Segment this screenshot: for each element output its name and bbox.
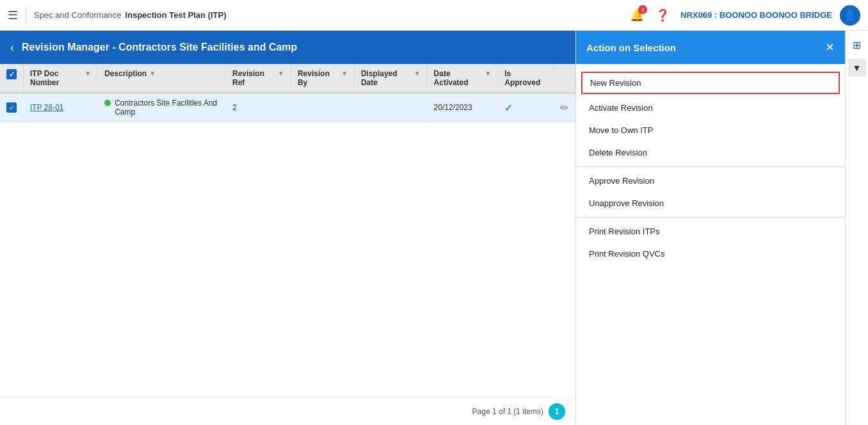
row-doc-number[interactable]: ITP 28-01 [24,93,98,122]
col-header-doc-number: ITP Doc Number ▼ [24,64,98,93]
action-panel: Action on Selection ✕ New Revision Activ… [576,31,845,425]
action-activate-revision[interactable]: Activate Revision [576,97,845,119]
action-panel-title: Action on Selection [586,42,825,53]
panel-header: ‹ Revision Manager - Contractors Site Fa… [0,31,575,64]
notification-icon[interactable]: 🔔 3 [627,5,647,26]
status-dot [104,100,111,106]
main-area: ‹ Revision Manager - Contractors Site Fa… [0,31,868,425]
project-label[interactable]: NRX069 : BOONOO BOONOO BRIDGE [680,10,832,20]
action-divider-2 [576,217,845,218]
row-edit[interactable]: ✏ [553,93,575,122]
filter-doc-number-icon[interactable]: ▼ [84,70,91,77]
top-nav: ☰ Spec and Conformance Inspection Test P… [0,0,868,31]
row-date-activated: 20/12/2023 [427,93,498,122]
dropdown-arrow[interactable]: ▼ [848,59,866,77]
description-text: Contractors Site Facilities And Camp [115,99,219,116]
filter-revision-ref-icon[interactable]: ▼ [278,70,284,77]
action-body: New Revision Activate Revision Move to O… [576,64,845,425]
col-header-checkbox[interactable]: ✓ [0,64,24,93]
doc-number-link[interactable]: ITP 28-01 [30,103,63,112]
avatar[interactable]: 👤 [840,5,860,26]
filter-description-icon[interactable]: ▼ [149,70,156,77]
action-header: Action on Selection ✕ [576,31,845,64]
nav-app-title: Spec and Conformance [34,10,122,20]
action-delete-revision[interactable]: Delete Revision [576,141,845,164]
row-revision-by [291,93,354,122]
table-row: ✓ ITP 28-01 Contractors Site Facilities … [0,93,575,122]
revision-table: ✓ ITP Doc Number ▼ Description ▼ [0,64,575,122]
nav-divider [26,6,26,24]
action-new-revision[interactable]: New Revision [581,72,840,94]
hamburger-icon[interactable]: ☰ [8,8,18,22]
filter-displayed-date-icon[interactable]: ▼ [414,70,421,77]
row-displayed-date [354,93,427,122]
row-checkbox-cell[interactable]: ✓ [0,93,24,122]
help-icon[interactable]: ❓ [652,5,673,26]
action-move-to-own-itp[interactable]: Move to Own ITP [576,119,845,141]
col-header-actions [553,64,575,93]
action-unapprove-revision[interactable]: Unapprove Revision [576,192,845,214]
action-print-revision-qvcs[interactable]: Print Revision QVCs [576,243,845,265]
action-close-button[interactable]: ✕ [825,40,835,54]
far-right-strip: ⊞ ▼ [845,31,868,425]
action-print-revision-itps[interactable]: Print Revision ITPs [576,220,845,243]
pagination-bar: Page 1 of 1 (1 items) 1 [0,397,575,425]
action-divider-1 [576,166,845,167]
grid-icon[interactable]: ⊞ [848,36,866,54]
row-description: Contractors Site Facilities And Camp [98,93,226,122]
row-checkbox[interactable]: ✓ [6,102,17,113]
col-header-is-approved: Is Approved [498,64,554,93]
notification-badge: 3 [638,5,647,14]
row-revision-ref: 2 [225,93,291,122]
col-header-revision-ref: Revision Ref ▼ [225,64,291,93]
panel-title: Revision Manager - Contractors Site Faci… [22,42,297,53]
col-header-description: Description ▼ [98,64,226,93]
col-header-revision-by: Revision By ▼ [291,64,354,93]
edit-icon[interactable]: ✏ [560,102,568,113]
col-header-date-activated: Date Activated ▼ [427,64,498,93]
col-header-displayed-date: Displayed Date ▼ [354,64,427,93]
left-panel: ‹ Revision Manager - Contractors Site Fa… [0,31,576,425]
back-button[interactable]: ‹ [10,41,14,54]
nav-page-title: Inspection Test Plan (ITP) [125,10,227,20]
header-checkbox[interactable]: ✓ [6,69,17,79]
row-is-approved: ✓ [498,93,554,122]
table-container: ✓ ITP Doc Number ▼ Description ▼ [0,64,575,397]
filter-date-activated-icon[interactable]: ▼ [485,70,491,77]
pagination-text: Page 1 of 1 (1 items) [472,407,543,416]
action-approve-revision[interactable]: Approve Revision [576,170,845,192]
approved-checkmark: ✓ [504,102,513,113]
page-number-bubble[interactable]: 1 [549,403,565,420]
filter-revision-by-icon[interactable]: ▼ [341,70,348,77]
